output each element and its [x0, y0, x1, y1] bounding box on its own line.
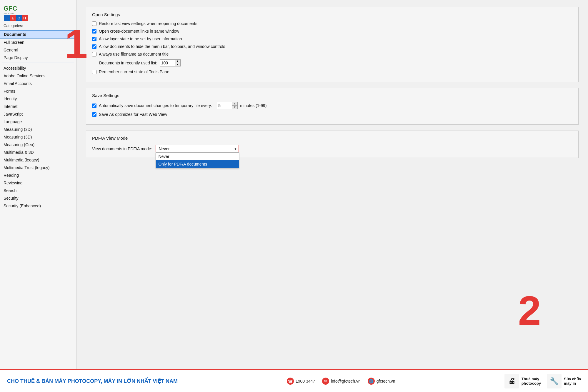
banner-web[interactable]: 🌐 gfctech.vn — [368, 378, 395, 385]
checkbox-restore-last-view[interactable]: Restore last view settings when reopenin… — [92, 21, 572, 26]
sidebar-item-general[interactable]: General — [0, 46, 76, 54]
email-icon: ✉ — [322, 378, 329, 385]
sidebar-item-page-display[interactable]: Page Display — [0, 54, 76, 61]
pdfa-dropdown[interactable]: Never Only for PDF/A documents — [156, 145, 239, 152]
sidebar-item-identity[interactable]: Identity — [0, 95, 76, 103]
logo-t: T — [4, 15, 10, 21]
checkbox-allow-layer[interactable]: Allow layer state to be set by user info… — [92, 36, 572, 41]
recently-used-input[interactable]: 100 — [160, 60, 175, 66]
sidebar-item-search[interactable]: Search — [0, 187, 76, 194]
auto-save-spin-up[interactable]: ▲ — [232, 102, 237, 106]
sidebar-item-measuring-2d[interactable]: Measuring (2D) — [0, 126, 76, 133]
recently-used-row: Documents in recently used list: 100 ▲ ▼ — [99, 59, 572, 66]
checkbox-allow-hide-menu[interactable]: Allow documents to hide the menu bar, to… — [92, 44, 572, 49]
sidebar-item-forms[interactable]: Forms — [0, 87, 76, 95]
auto-save-input[interactable] — [217, 102, 232, 109]
always-filename-checkbox[interactable] — [92, 52, 96, 56]
banner-email[interactable]: ✉ info@gfctech.vn — [322, 378, 361, 385]
checkbox-auto-save[interactable]: Automatically save document changes to t… — [92, 102, 572, 109]
minutes-label: minutes (1-99) — [240, 103, 266, 108]
spin-down-button[interactable]: ▼ — [175, 63, 180, 66]
service-photocopy: 🖨 Thuê máyphotocopy — [504, 374, 541, 388]
logo: GFC Since 2015 T E C H — [4, 5, 28, 21]
sidebar-item-adobe-online-services[interactable]: Adobe Online Services — [0, 72, 76, 80]
checkbox-cross-doc-links[interactable]: Open cross-document links in same window — [92, 29, 572, 34]
repair-label: Sửa chữamáy in — [564, 377, 581, 386]
banner-contacts: ☎ 1900 3447 ✉ info@gfctech.vn 🌐 gfctech.… — [287, 378, 395, 385]
checkbox-remember-tools[interactable]: Remember current state of Tools Pane — [92, 69, 572, 74]
recently-used-label: Documents in recently used list: — [99, 61, 157, 65]
sidebar-item-javascript[interactable]: JavaScript — [0, 110, 76, 118]
sidebar-item-full-screen[interactable]: Full Screen — [0, 39, 76, 46]
allow-layer-checkbox[interactable] — [92, 37, 96, 41]
logo-c: C — [16, 15, 22, 21]
sidebar-item-email-accounts[interactable]: Email Accounts — [0, 80, 76, 87]
remember-tools-checkbox[interactable] — [92, 70, 96, 74]
banner-services: 🖨 Thuê máyphotocopy 🔧 Sửa chữamáy in — [504, 374, 581, 388]
remember-tools-label: Remember current state of Tools Pane — [99, 69, 169, 74]
sidebar-item-multimedia-3d[interactable]: Multimedia & 3D — [0, 149, 76, 156]
cross-doc-links-label: Open cross-document links in same window — [99, 29, 179, 34]
sidebar-item-security-enhanced[interactable]: Security (Enhanced) — [0, 202, 76, 210]
always-filename-label: Always use filename as document title — [99, 52, 169, 56]
auto-save-checkbox[interactable] — [92, 104, 96, 108]
logo-area: GFC Since 2015 T E C H — [0, 2, 76, 22]
open-settings-section: Open Settings Restore last view settings… — [86, 7, 579, 82]
bottom-banner: CHO THUÊ & BÁN MÁY PHOTOCOPY, MÁY IN LỚN… — [0, 369, 588, 392]
logo-e: E — [10, 15, 16, 21]
sidebar-item-internet[interactable]: Internet — [0, 103, 76, 110]
logo-h: H — [22, 15, 28, 21]
sidebar-item-reading[interactable]: Reading — [0, 171, 76, 179]
allow-hide-menu-label: Allow documents to hide the menu bar, to… — [99, 44, 225, 49]
photocopy-icon: 🖨 — [504, 374, 519, 388]
pdfa-options-list: Never Only for PDF/A documents — [156, 152, 239, 168]
pdfa-row: View documents in PDF/A mode: Never Only… — [92, 145, 572, 153]
auto-save-spin-down[interactable]: ▼ — [232, 106, 237, 109]
allow-layer-label: Allow layer state to be set by user info… — [99, 36, 182, 41]
pdfa-dropdown-wrapper[interactable]: Never Only for PDF/A documents ▼ Never O… — [156, 145, 239, 153]
sidebar-item-accessibility[interactable]: Accessibility — [0, 64, 76, 72]
allow-hide-menu-checkbox[interactable] — [92, 44, 96, 49]
sidebar-item-multimedia-legacy[interactable]: Multimedia (legacy) — [0, 156, 76, 164]
phone-value: 1900 3447 — [296, 379, 315, 383]
web-icon: 🌐 — [368, 378, 375, 385]
pdfa-dropdown-option-only[interactable]: Only for PDF/A documents — [156, 160, 239, 168]
sidebar-divider — [2, 63, 74, 63]
pdfa-title: PDF/A View Mode — [92, 136, 572, 141]
categories-label: Categories: — [0, 22, 76, 30]
cross-doc-links-checkbox[interactable] — [92, 29, 96, 34]
sidebar: GFC Since 2015 T E C H Categories: Docum… — [0, 0, 76, 369]
sidebar-item-measuring-3d[interactable]: Measuring (3D) — [0, 133, 76, 141]
banner-phone[interactable]: ☎ 1900 3447 — [287, 378, 315, 385]
photocopy-label: Thuê máyphotocopy — [522, 377, 541, 386]
sidebar-items-container: DocumentsFull ScreenGeneralPage DisplayA… — [0, 30, 76, 210]
sidebar-item-measuring-geo[interactable]: Measuring (Geo) — [0, 141, 76, 149]
save-as-fast-web-label: Save As optimizes for Fast Web View — [99, 112, 167, 117]
save-as-fast-web-checkbox[interactable] — [92, 112, 96, 117]
logo-tech: T E C H — [4, 15, 28, 21]
sidebar-item-documents[interactable]: Documents — [0, 30, 76, 39]
recently-used-spinbox[interactable]: 100 ▲ ▼ — [160, 59, 181, 66]
repair-icon: 🔧 — [547, 374, 562, 388]
checkbox-always-filename[interactable]: Always use filename as document title — [92, 52, 572, 56]
banner-main-text: CHO THUÊ & BÁN MÁY PHOTOCOPY, MÁY IN LỚN… — [7, 378, 178, 384]
auto-save-label: Automatically save document changes to t… — [99, 103, 212, 108]
sidebar-item-language[interactable]: Language — [0, 118, 76, 126]
spinbox-arrows: ▲ ▼ — [175, 60, 180, 66]
sidebar-item-reviewing[interactable]: Reviewing — [0, 179, 76, 187]
open-settings-title: Open Settings — [92, 12, 572, 17]
web-value: gfctech.vn — [377, 379, 395, 383]
spin-up-button[interactable]: ▲ — [175, 60, 180, 63]
email-value: info@gfctech.vn — [331, 379, 361, 383]
auto-save-spinbox-arrows: ▲ ▼ — [232, 102, 237, 109]
sidebar-item-security[interactable]: Security — [0, 194, 76, 202]
logo-since: Since 2015 — [4, 12, 28, 15]
restore-last-view-label: Restore last view settings when reopenin… — [99, 21, 197, 26]
pdfa-section: PDF/A View Mode View documents in PDF/A … — [86, 131, 579, 158]
content-area: Open Settings Restore last view settings… — [76, 0, 588, 369]
auto-save-spinbox[interactable]: ▲ ▼ — [217, 102, 238, 109]
pdfa-dropdown-option-never[interactable]: Never — [156, 153, 239, 160]
checkbox-save-as-fast-web[interactable]: Save As optimizes for Fast Web View — [92, 112, 572, 117]
sidebar-item-multimedia-trust-legacy[interactable]: Multimedia Trust (legacy) — [0, 164, 76, 171]
restore-last-view-checkbox[interactable] — [92, 21, 96, 26]
